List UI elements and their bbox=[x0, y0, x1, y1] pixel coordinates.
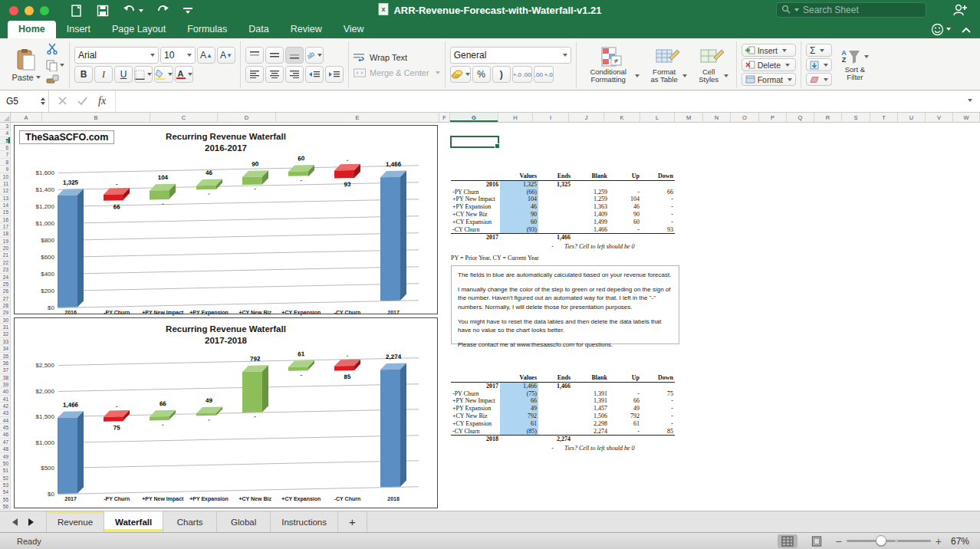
cell-styles-button[interactable]: Cell Styles bbox=[693, 43, 732, 87]
row-header-26[interactable]: 26 bbox=[0, 288, 11, 294]
row-header-47[interactable]: 47 bbox=[0, 439, 11, 445]
page-layout-view-button[interactable] bbox=[807, 534, 827, 548]
row-header-37[interactable]: 37 bbox=[0, 367, 11, 373]
zoom-slider-thumb[interactable] bbox=[876, 535, 886, 546]
accounting-format-button[interactable] bbox=[450, 66, 471, 83]
row-header-34[interactable]: 34 bbox=[0, 345, 11, 352]
row-header-21[interactable]: 21 bbox=[0, 251, 11, 258]
add-sheet-button[interactable]: + bbox=[338, 511, 367, 532]
row-header-36[interactable]: 36 bbox=[0, 360, 11, 367]
column-header-I[interactable]: I bbox=[533, 113, 569, 123]
increase-decimal-button[interactable]: +.0 .00 bbox=[512, 66, 532, 83]
customize-toolbar-icon[interactable] bbox=[183, 8, 192, 14]
sheet-tab-instructions[interactable]: Instructions bbox=[271, 511, 338, 532]
align-left-button[interactable] bbox=[245, 66, 264, 83]
row-header-46[interactable]: 46 bbox=[0, 431, 11, 438]
row-header-35[interactable]: 35 bbox=[0, 353, 11, 360]
decrease-font-button[interactable]: A▼ bbox=[217, 47, 235, 64]
row-header-38[interactable]: 38 bbox=[0, 374, 11, 381]
column-header-C[interactable]: C bbox=[150, 113, 218, 123]
row-header-28[interactable]: 28 bbox=[0, 302, 11, 309]
font-color-button[interactable]: A bbox=[175, 66, 193, 83]
row-header-12[interactable]: 12 bbox=[0, 187, 11, 194]
underline-button[interactable]: U bbox=[114, 66, 133, 83]
bold-button[interactable]: B bbox=[74, 66, 93, 83]
ribbon-tab-formulas[interactable]: Formulas bbox=[176, 21, 238, 38]
decrease-decimal-button[interactable]: .00 +.0 bbox=[534, 66, 554, 83]
row-header-9[interactable]: 9 bbox=[0, 166, 11, 173]
column-header-O[interactable]: O bbox=[731, 113, 759, 123]
fill-button[interactable] bbox=[806, 58, 832, 71]
row-header-5[interactable]: 5 bbox=[0, 137, 11, 144]
window-controls[interactable] bbox=[9, 6, 49, 15]
increase-font-button[interactable]: A▲ bbox=[197, 47, 215, 64]
row-header-18[interactable]: 18 bbox=[0, 230, 11, 237]
row-header-19[interactable]: 19 bbox=[0, 238, 11, 245]
row-header-55[interactable]: 55 bbox=[0, 496, 11, 503]
column-header-W[interactable]: W bbox=[953, 113, 980, 123]
waterfall-chart-2016-2017[interactable]: TheSaaSCFO.comRecurring Revenue Waterfal… bbox=[14, 125, 438, 314]
column-header-G[interactable]: G bbox=[450, 113, 498, 123]
column-header-P[interactable]: P bbox=[759, 113, 787, 123]
enter-check-icon[interactable] bbox=[77, 94, 87, 108]
row-headers[interactable]: 3456789101112131415161718192021222324252… bbox=[0, 123, 11, 510]
column-header-T[interactable]: T bbox=[870, 113, 898, 123]
feedback-smiley-button[interactable] bbox=[931, 23, 951, 36]
autosum-button[interactable]: Σ bbox=[806, 44, 832, 57]
sheet-tab-charts[interactable]: Charts bbox=[163, 511, 217, 532]
row-header-8[interactable]: 8 bbox=[0, 159, 11, 166]
formula-bar-expand-caret[interactable] bbox=[968, 99, 972, 102]
zoom-slider[interactable]: − + bbox=[836, 535, 942, 547]
worksheet-grid[interactable]: ABCDEFGHIJKLMNOPQRSTUVW 3456789101112131… bbox=[0, 113, 980, 511]
row-header-40[interactable]: 40 bbox=[0, 388, 11, 395]
row-header-31[interactable]: 31 bbox=[0, 324, 11, 330]
font-name-select[interactable]: Arial bbox=[74, 47, 159, 64]
column-header-B[interactable]: B bbox=[42, 113, 150, 123]
increase-indent-button[interactable] bbox=[325, 66, 344, 83]
sheet-tab-waterfall[interactable]: Waterfall bbox=[104, 511, 163, 532]
column-header-S[interactable]: S bbox=[842, 113, 870, 123]
decrease-indent-button[interactable] bbox=[305, 66, 324, 83]
share-button[interactable] bbox=[952, 3, 968, 20]
next-sheet-arrow[interactable] bbox=[28, 518, 34, 526]
fill-color-button[interactable] bbox=[154, 66, 173, 83]
ribbon-tab-home[interactable]: Home bbox=[8, 21, 56, 38]
row-header-41[interactable]: 41 bbox=[0, 396, 11, 403]
row-header-52[interactable]: 52 bbox=[0, 475, 11, 482]
column-header-M[interactable]: M bbox=[675, 113, 703, 123]
row-header-43[interactable]: 43 bbox=[0, 409, 11, 416]
column-header-F[interactable]: F bbox=[439, 113, 450, 123]
undo-button[interactable] bbox=[123, 5, 143, 16]
row-header-44[interactable]: 44 bbox=[0, 417, 11, 424]
row-header-45[interactable]: 45 bbox=[0, 424, 11, 431]
row-header-17[interactable]: 17 bbox=[0, 223, 11, 230]
select-all-corner[interactable] bbox=[0, 113, 11, 123]
row-header-10[interactable]: 10 bbox=[0, 173, 11, 180]
paste-button[interactable]: Paste bbox=[9, 43, 43, 87]
cut-icon[interactable] bbox=[46, 43, 64, 58]
print-layout-icon[interactable] bbox=[71, 5, 83, 17]
row-header-54[interactable]: 54 bbox=[0, 488, 11, 495]
row-header-15[interactable]: 15 bbox=[0, 209, 11, 215]
row-header-20[interactable]: 20 bbox=[0, 245, 11, 251]
format-as-table-button[interactable]: Format as Table bbox=[646, 43, 690, 87]
row-header-30[interactable]: 30 bbox=[0, 317, 11, 324]
row-header-22[interactable]: 22 bbox=[0, 259, 11, 266]
copy-button[interactable] bbox=[46, 60, 64, 71]
minimize-window-button[interactable] bbox=[25, 6, 34, 15]
row-header-25[interactable]: 25 bbox=[0, 281, 11, 288]
collapse-ribbon-chevron[interactable] bbox=[962, 22, 971, 36]
row-header-56[interactable]: 56 bbox=[0, 503, 11, 510]
row-header-7[interactable]: 7 bbox=[0, 151, 11, 158]
selected-cell[interactable] bbox=[450, 136, 499, 148]
row-header-11[interactable]: 11 bbox=[0, 180, 11, 187]
column-header-H[interactable]: H bbox=[498, 113, 533, 123]
align-bottom-button[interactable] bbox=[285, 47, 304, 64]
comma-style-button[interactable]: ) bbox=[492, 66, 511, 83]
row-header-24[interactable]: 24 bbox=[0, 274, 11, 281]
ribbon-tab-view[interactable]: View bbox=[333, 21, 375, 38]
align-center-button[interactable] bbox=[265, 66, 284, 83]
merge-center-button[interactable]: Merge & Center bbox=[354, 68, 440, 77]
align-top-button[interactable] bbox=[245, 47, 264, 64]
prev-sheet-arrow[interactable] bbox=[12, 518, 18, 526]
